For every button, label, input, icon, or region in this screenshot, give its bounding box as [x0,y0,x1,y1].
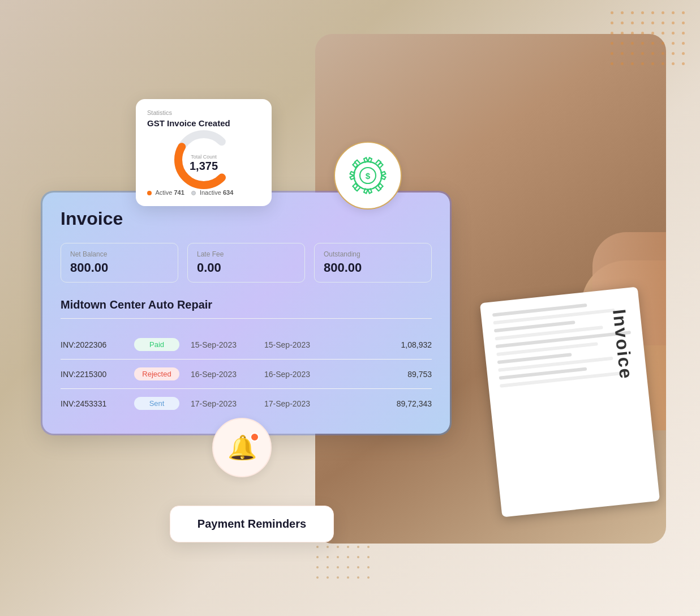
bell-notification-dot [250,433,259,442]
decoration-dot [662,42,664,45]
decoration-dot [611,11,613,14]
late-fee-value: 0.00 [197,260,295,275]
invoice-status-badge: Sent [134,397,179,410]
decoration-dot [641,22,644,24]
decoration-dot [672,52,675,55]
bell-icon-wrapper: 🔔 [227,434,257,461]
decoration-dot-small [357,576,359,579]
decoration-dot-small [347,546,349,548]
decoration-dot [611,22,613,24]
decoration-dot [641,52,644,55]
gear-settings-circle[interactable]: $ [334,142,402,209]
decoration-dot [621,11,624,14]
late-fee-box: Late Fee 0.00 [187,243,305,283]
decoration-dot [662,62,664,65]
decoration-dot [651,22,654,24]
company-name: Midtown Center Auto Repair [61,298,432,319]
bell-notification-circle[interactable]: 🔔 [212,418,272,477]
invoice-number: INV:2453331 [61,399,123,408]
gear-icon: $ [348,156,388,195]
decoration-dot [662,32,664,35]
decoration-dot [651,32,654,35]
invoice-date2: 15-Sep-2023 [264,340,327,349]
payment-reminders-card: Payment Reminders [170,506,334,542]
decoration-dot [631,22,634,24]
outstanding-value: 800.00 [324,260,422,275]
invoice-table: INV:2022306 Paid 15-Sep-2023 15-Sep-2023… [61,330,432,418]
decoration-dot [682,22,685,24]
decoration-dot [611,32,613,35]
decoration-dot-small [347,566,349,568]
decoration-dot-small [337,556,339,558]
decoration-dot-small [367,546,370,548]
invoice-title: Invoice [61,208,432,229]
decoration-dot-small [316,546,319,548]
decoration-dot-small [367,576,370,579]
decoration-dot [641,11,644,14]
decoration-dot-small [347,576,349,579]
decoration-dot [641,32,644,35]
decoration-dot [682,62,685,65]
donut-chart: Total Count 1,375 [170,137,238,182]
decoration-dot [682,42,685,45]
decoration-dot [621,22,624,24]
decoration-dot [672,42,675,45]
decoration-dot [662,11,664,14]
invoice-card: Invoice Net Balance 800.00 Late Fee 0.00… [42,192,450,434]
decoration-dot [621,42,624,45]
decoration-dot [662,52,664,55]
decoration-dot [662,22,664,24]
invoice-amount: 89,72,343 [397,399,432,408]
decoration-dot-small [316,566,319,568]
decoration-dot-small [337,546,339,548]
dots-decoration-top: // Will be rendered via JS below [611,11,689,69]
decoration-dot [611,42,613,45]
dots-grid: // Will be rendered via JS below [611,11,689,69]
decoration-dot [682,11,685,14]
decoration-dot [621,62,624,65]
decoration-dot-small [367,556,370,558]
invoice-date1: 16-Sep-2023 [191,370,253,379]
decoration-dot [621,32,624,35]
svg-text:$: $ [366,171,371,181]
stats-section-label: Statistics [147,109,260,116]
decoration-dot-small [327,546,329,548]
decoration-dot [641,42,644,45]
decoration-dot-small [327,576,329,579]
decoration-dot-small [367,566,370,568]
donut-center: Total Count 1,375 [190,154,218,173]
invoice-status-badge: Rejected [134,367,179,380]
net-balance-label: Net Balance [70,250,169,258]
invoice-paper: Invoice [480,286,660,517]
net-balance-value: 800.00 [70,260,169,275]
decoration-dot [611,52,613,55]
invoice-paper-watermark: Invoice [608,309,637,380]
decoration-dot-small [337,566,339,568]
active-dot [147,191,152,195]
decoration-dot-small [327,566,329,568]
donut-count-label: Total Count [190,154,218,160]
invoice-row[interactable]: INV:2453331 Sent 17-Sep-2023 17-Sep-2023… [61,389,432,418]
decoration-dot [682,32,685,35]
statistics-card: Statistics GST Invoice Created Total Cou… [136,99,272,206]
decoration-dot [631,62,634,65]
decoration-dot-small [316,556,319,558]
invoice-row[interactable]: INV:2215300 Rejected 16-Sep-2023 16-Sep-… [61,360,432,389]
invoice-date2: 17-Sep-2023 [264,399,327,408]
invoice-date1: 17-Sep-2023 [191,399,253,408]
invoice-number: INV:2022306 [61,340,123,349]
decoration-dot [682,52,685,55]
invoice-number: INV:2215300 [61,370,123,379]
decoration-dot [641,62,644,65]
decoration-dot [672,11,675,14]
decoration-dot-small [357,546,359,548]
invoice-amount: 89,753 [407,370,432,379]
invoice-row[interactable]: INV:2022306 Paid 15-Sep-2023 15-Sep-2023… [61,330,432,360]
decoration-dot [631,11,634,14]
decoration-dot-small [357,556,359,558]
decoration-dot [631,52,634,55]
paper-line [500,371,628,388]
invoice-date1: 15-Sep-2023 [191,340,253,349]
payment-reminders-title: Payment Reminders [184,517,320,531]
decoration-dot [611,62,613,65]
